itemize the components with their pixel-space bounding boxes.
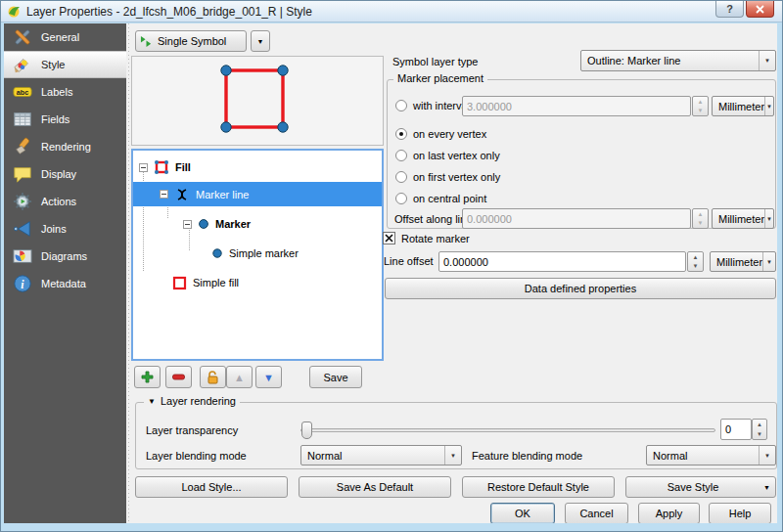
line-offset-input[interactable] <box>438 251 686 272</box>
triangle-up-icon: ▲ <box>234 372 245 383</box>
sidebar-item-label: Joins <box>41 223 67 235</box>
sidebar-item-labels[interactable]: abc Labels <box>4 78 126 106</box>
collapse-icon[interactable] <box>139 163 148 172</box>
tools-icon <box>13 27 32 47</box>
join-arrow-icon <box>13 219 32 239</box>
interval-unit-combo[interactable]: Millimeter ▼ <box>712 96 774 116</box>
collapse-icon[interactable] <box>160 190 168 199</box>
lock-symbol-layer-button[interactable] <box>200 366 226 388</box>
interval-unit-value: Millimeter <box>718 101 764 112</box>
on-last-vertex-label: on last vertex only <box>413 150 500 161</box>
gear-icon <box>13 192 32 211</box>
slider-handle[interactable] <box>301 421 312 439</box>
sidebar-item-label: Style <box>41 59 65 70</box>
line-offset-unit-combo[interactable]: Millimeter ▼ <box>710 251 776 272</box>
titlebar[interactable]: Layer Properties - 2d_lfcsh_M06_bridge_0… <box>1 1 782 22</box>
single-symbol-icon <box>140 35 153 48</box>
sidebar-item-display[interactable]: Display <box>4 160 126 188</box>
sidebar-item-actions[interactable]: Actions <box>4 188 126 215</box>
renderer-dropdown-arrow[interactable]: ▼ <box>251 30 270 52</box>
on-central-point-label: on central point <box>413 193 486 204</box>
feature-blending-combo[interactable]: Normal ▼ <box>646 445 776 466</box>
line-offset-unit-value: Millimeter <box>716 256 762 268</box>
on-central-point-radio[interactable] <box>395 193 407 204</box>
save-as-default-button[interactable]: Save As Default <box>299 476 451 498</box>
sidebar-item-metadata[interactable]: i Metadata <box>4 270 126 297</box>
renderer-label: Single Symbol <box>158 35 226 47</box>
layer-rendering-group: ▼ Layer rendering Layer transparency ▲▼ … <box>135 402 777 469</box>
chevron-down-icon: ▼ <box>762 252 775 271</box>
layer-rendering-header[interactable]: ▼ Layer rendering <box>144 395 240 407</box>
spin-up-icon: ▲ <box>688 252 703 262</box>
on-every-vertex-label: on every vertex <box>413 128 486 140</box>
restore-default-style-button[interactable]: Restore Default Style <box>462 476 615 498</box>
with-interval-radio[interactable] <box>395 100 407 111</box>
tree-label-marker-line: Marker line <box>196 189 249 200</box>
add-symbol-layer-button[interactable] <box>134 366 161 388</box>
ok-button[interactable]: OK <box>490 503 555 523</box>
sidebar-item-label: Diagrams <box>41 250 87 262</box>
speech-bubble-icon <box>13 164 32 184</box>
style-panel: Single Symbol ▼ <box>131 23 777 523</box>
sidebar-item-style[interactable]: Style <box>4 51 126 78</box>
brush-icon <box>13 137 32 156</box>
sidebar-item-label: Fields <box>41 113 69 125</box>
save-style-button[interactable]: Save Style ▼ <box>625 476 776 498</box>
simple-fill-icon <box>172 276 187 290</box>
info-icon: i <box>13 274 32 293</box>
symbol-preview-image <box>132 57 383 145</box>
symbol-layer-tree: Fill Marker line Marker <box>131 149 384 361</box>
collapse-triangle-icon: ▼ <box>148 397 156 406</box>
layer-blending-combo[interactable]: Normal ▼ <box>300 445 462 466</box>
move-layer-up-button[interactable]: ▲ <box>226 366 253 388</box>
sidebar-item-rendering[interactable]: Rendering <box>4 133 126 160</box>
symbol-layer-type-value: Outline: Marker line <box>587 55 680 66</box>
svg-text:abc: abc <box>17 88 29 97</box>
tree-label-fill: Fill <box>175 161 191 173</box>
chevron-down-icon: ▼ <box>763 484 770 491</box>
sidebar-item-fields[interactable]: Fields <box>4 106 126 133</box>
offset-along-line-label: Offset along line <box>394 213 472 225</box>
line-offset-spinner[interactable]: ▲▼ <box>687 251 704 272</box>
renderer-selector-button[interactable]: Single Symbol <box>135 30 247 52</box>
close-button[interactable] <box>746 1 774 18</box>
sidebar-item-joins[interactable]: Joins <box>4 215 126 243</box>
sidebar-item-label: Actions <box>41 196 76 207</box>
tree-row-marker-line[interactable]: Marker line <box>133 182 382 206</box>
tree-row-marker[interactable]: Marker <box>183 213 251 235</box>
offset-unit-combo[interactable]: Millimeter ▼ <box>712 208 774 229</box>
transparency-spinner[interactable]: ▲▼ <box>752 419 767 440</box>
close-icon <box>756 5 764 14</box>
on-every-vertex-radio[interactable] <box>395 128 407 140</box>
collapse-icon[interactable] <box>183 220 192 229</box>
on-last-vertex-radio[interactable] <box>395 150 407 161</box>
abc-label-icon: abc <box>13 82 32 102</box>
chart-icon <box>13 246 32 266</box>
help-button[interactable]: Help <box>709 503 771 523</box>
chevron-down-icon: ▼ <box>764 97 773 115</box>
load-style-button[interactable]: Load Style... <box>135 476 288 498</box>
cancel-button[interactable]: Cancel <box>565 503 628 523</box>
offset-along-line-input <box>462 208 691 229</box>
move-layer-down-button[interactable]: ▼ <box>255 366 282 388</box>
rotate-marker-checkbox[interactable] <box>383 232 395 244</box>
tree-row-simple-fill[interactable]: Simple fill <box>172 272 239 293</box>
layer-rendering-title: Layer rendering <box>161 395 236 407</box>
tree-row-fill[interactable]: Fill <box>139 156 191 178</box>
on-first-vertex-radio[interactable] <box>395 171 407 183</box>
transparency-slider[interactable] <box>300 428 715 432</box>
save-symbol-button[interactable]: Save <box>309 366 362 388</box>
apply-button[interactable]: Apply <box>638 503 700 523</box>
data-defined-properties-button[interactable]: Data defined properties <box>385 278 776 299</box>
tree-label-marker: Marker <box>215 218 251 230</box>
remove-symbol-layer-button[interactable] <box>165 366 192 388</box>
spin-up-icon: ▲ <box>753 420 766 429</box>
tree-row-simple-marker[interactable]: Simple marker <box>211 243 299 264</box>
window-title: Layer Properties - 2d_lfcsh_M06_bridge_0… <box>26 5 312 19</box>
sidebar-item-diagrams[interactable]: Diagrams <box>4 243 126 270</box>
chevron-down-icon: ▼ <box>759 51 775 70</box>
symbol-layer-type-combo[interactable]: Outline: Marker line ▼ <box>580 50 776 71</box>
help-titlebar-button[interactable]: ? <box>715 1 744 18</box>
transparency-value-input[interactable] <box>720 419 752 440</box>
sidebar-item-general[interactable]: General <box>4 23 126 51</box>
